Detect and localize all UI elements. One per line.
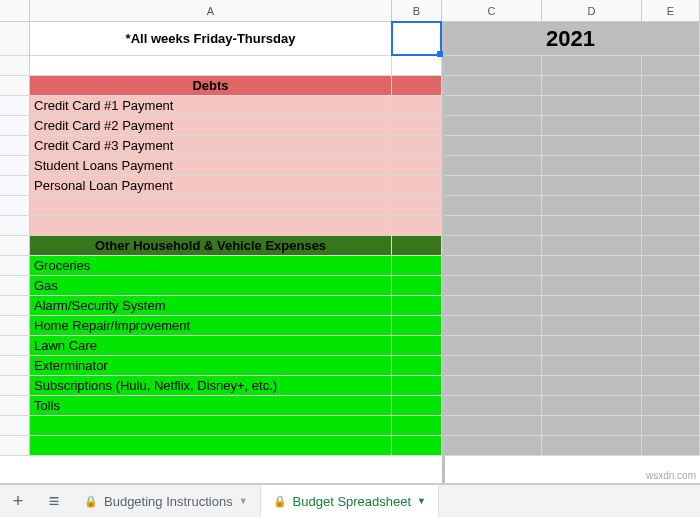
cell[interactable] <box>442 436 542 455</box>
cell[interactable] <box>392 276 442 295</box>
debts-item[interactable]: Personal Loan Payment <box>30 176 392 195</box>
chevron-down-icon[interactable]: ▼ <box>239 496 248 506</box>
row-num[interactable] <box>0 196 30 215</box>
table-row[interactable]: Subscriptions (Hulu, Netflix, Disney+, e… <box>0 376 700 396</box>
tab-budgeting-instructions[interactable]: 🔒 Budgeting Instructions ▼ <box>72 485 261 518</box>
row-num[interactable] <box>0 136 30 155</box>
cell-b1[interactable] <box>392 22 442 55</box>
row-num[interactable] <box>0 96 30 115</box>
row-num[interactable] <box>0 356 30 375</box>
household-item[interactable]: Tolls <box>30 396 392 415</box>
cell[interactable] <box>392 56 442 75</box>
col-header-A[interactable]: A <box>30 0 392 21</box>
table-row[interactable]: Credit Card #1 Payment <box>0 96 700 116</box>
cell[interactable] <box>442 396 542 415</box>
cell[interactable] <box>392 416 442 435</box>
cell[interactable] <box>642 136 700 155</box>
row-num[interactable] <box>0 376 30 395</box>
cell[interactable] <box>442 56 542 75</box>
cell[interactable] <box>542 416 642 435</box>
cell[interactable] <box>442 336 542 355</box>
row-num[interactable] <box>0 416 30 435</box>
household-item[interactable]: Gas <box>30 276 392 295</box>
cell[interactable] <box>442 156 542 175</box>
household-item[interactable]: Alarm/Security System <box>30 296 392 315</box>
row-num[interactable] <box>0 436 30 455</box>
cell[interactable] <box>392 316 442 335</box>
cell[interactable] <box>392 176 442 195</box>
household-item[interactable]: Exterminator <box>30 356 392 375</box>
chevron-down-icon[interactable]: ▼ <box>417 496 426 506</box>
cell[interactable] <box>442 236 542 255</box>
cell[interactable] <box>642 276 700 295</box>
cell[interactable] <box>392 336 442 355</box>
cell[interactable] <box>542 296 642 315</box>
cell[interactable] <box>642 156 700 175</box>
household-item[interactable]: Groceries <box>30 256 392 275</box>
cell[interactable] <box>542 76 642 95</box>
col-header-B[interactable]: B <box>392 0 442 21</box>
cell[interactable] <box>392 256 442 275</box>
cell[interactable] <box>642 176 700 195</box>
cell[interactable] <box>542 116 642 135</box>
table-row[interactable]: Tolls <box>0 396 700 416</box>
row-num[interactable] <box>0 396 30 415</box>
household-item[interactable]: Subscriptions (Hulu, Netflix, Disney+, e… <box>30 376 392 395</box>
row-num[interactable] <box>0 216 30 235</box>
debts-item[interactable]: Student Loans Payment <box>30 156 392 175</box>
row-num[interactable] <box>0 156 30 175</box>
cell[interactable] <box>442 136 542 155</box>
section-title-debts[interactable]: Debts <box>30 76 392 95</box>
table-row[interactable]: Home Repair/Improvement <box>0 316 700 336</box>
table-row[interactable] <box>0 216 700 236</box>
cell[interactable] <box>642 216 700 235</box>
row-num[interactable] <box>0 236 30 255</box>
row-num[interactable] <box>0 336 30 355</box>
col-header-E[interactable]: E <box>642 0 700 21</box>
cell[interactable] <box>442 256 542 275</box>
cell[interactable] <box>392 96 442 115</box>
cell[interactable] <box>642 96 700 115</box>
cell[interactable] <box>542 56 642 75</box>
table-row[interactable]: Exterminator <box>0 356 700 376</box>
row-num[interactable] <box>0 296 30 315</box>
cell[interactable] <box>642 356 700 375</box>
cell[interactable] <box>542 176 642 195</box>
row-household-header[interactable]: Other Household & Vehicle Expenses <box>0 236 700 256</box>
cell[interactable] <box>392 356 442 375</box>
debts-item[interactable]: Credit Card #2 Payment <box>30 116 392 135</box>
cell[interactable] <box>30 56 392 75</box>
table-row[interactable]: Lawn Care <box>0 336 700 356</box>
select-all-corner[interactable] <box>0 0 30 21</box>
table-row[interactable]: Alarm/Security System <box>0 296 700 316</box>
col-header-C[interactable]: C <box>442 0 542 21</box>
all-sheets-button[interactable]: ≡ <box>36 485 72 518</box>
cell[interactable] <box>642 396 700 415</box>
cell[interactable] <box>542 336 642 355</box>
col-header-D[interactable]: D <box>542 0 642 21</box>
cell[interactable] <box>642 316 700 335</box>
cell[interactable] <box>442 296 542 315</box>
cell[interactable] <box>442 356 542 375</box>
cell[interactable] <box>542 96 642 115</box>
cell[interactable] <box>442 76 542 95</box>
cell[interactable] <box>30 216 392 235</box>
row-num[interactable] <box>0 22 30 55</box>
cell[interactable] <box>442 216 542 235</box>
cell[interactable] <box>542 396 642 415</box>
cell[interactable] <box>442 96 542 115</box>
cell[interactable] <box>642 256 700 275</box>
cell[interactable] <box>392 136 442 155</box>
cell[interactable] <box>392 156 442 175</box>
cell-year[interactable]: 2021 <box>442 22 700 55</box>
cell[interactable] <box>642 236 700 255</box>
cell[interactable] <box>442 116 542 135</box>
household-item[interactable]: Lawn Care <box>30 336 392 355</box>
table-row[interactable] <box>0 416 700 436</box>
cell[interactable] <box>392 436 442 455</box>
cell[interactable] <box>442 196 542 215</box>
table-row[interactable]: Gas <box>0 276 700 296</box>
cell[interactable] <box>542 216 642 235</box>
row-num[interactable] <box>0 56 30 75</box>
cell[interactable] <box>642 336 700 355</box>
